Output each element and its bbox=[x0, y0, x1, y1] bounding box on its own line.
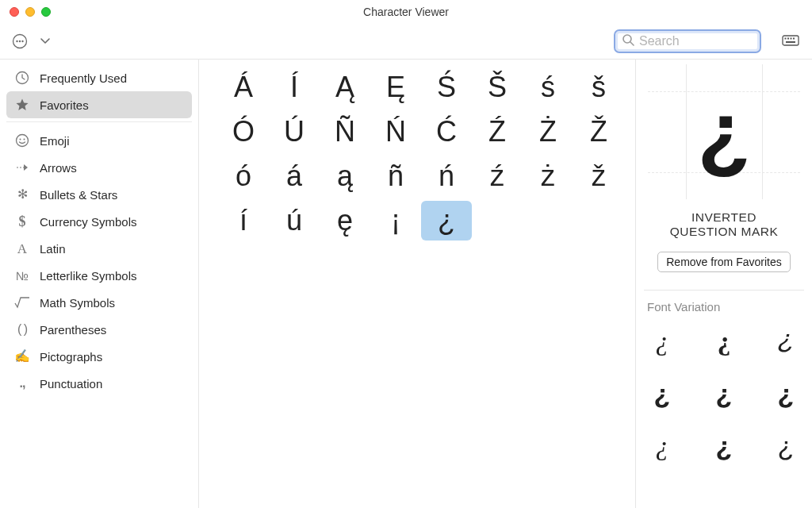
sidebar-item-latin[interactable]: A Latin bbox=[6, 235, 192, 262]
sidebar-item-parentheses[interactable]: ( ) Parentheses bbox=[6, 316, 192, 343]
char-cell[interactable]: á bbox=[269, 156, 320, 196]
font-variation-cell[interactable]: ¿ bbox=[700, 374, 748, 414]
search-field[interactable] bbox=[614, 29, 761, 53]
char-cell[interactable]: ę bbox=[320, 201, 370, 241]
preview-glyph: ¿ bbox=[697, 88, 750, 175]
sidebar-item-arrows[interactable]: Arrows bbox=[6, 154, 192, 181]
char-cell[interactable]: ą bbox=[320, 156, 370, 196]
char-cell[interactable]: ž bbox=[573, 156, 624, 196]
sidebar-item-emoji[interactable]: Emoji bbox=[6, 127, 192, 154]
font-variation-cell[interactable]: ¿ bbox=[700, 426, 748, 466]
font-variation-cell[interactable]: ¿ bbox=[638, 374, 686, 414]
sidebar-item-pictographs[interactable]: ✍ Pictographs bbox=[6, 343, 192, 370]
sidebar-item-label: Emoji bbox=[40, 134, 70, 148]
svg-rect-9 bbox=[791, 38, 792, 40]
font-variation-cell[interactable]: ¿ bbox=[762, 321, 810, 361]
sidebar-item-letterlike[interactable]: № Letterlike Symbols bbox=[6, 262, 192, 289]
dollar-icon: $ bbox=[14, 214, 30, 229]
sidebar-item-currency[interactable]: $ Currency Symbols bbox=[6, 208, 192, 235]
svg-rect-8 bbox=[787, 38, 789, 40]
search-icon bbox=[622, 33, 634, 49]
parentheses-icon: ( ) bbox=[14, 321, 30, 337]
search-input[interactable] bbox=[639, 34, 753, 48]
font-variation-cell[interactable]: ¿ bbox=[638, 321, 686, 361]
zoom-window-button[interactable] bbox=[41, 7, 51, 17]
minimize-window-button[interactable] bbox=[25, 7, 35, 17]
toolbar bbox=[0, 24, 812, 59]
remove-from-favorites-button[interactable]: Remove from Favorites bbox=[657, 252, 790, 272]
sidebar: Frequently Used Favorites Emoji Arrows ✻… bbox=[0, 60, 199, 508]
pencil-icon: ✍ bbox=[14, 348, 30, 364]
traffic-lights bbox=[10, 7, 51, 17]
numero-icon: № bbox=[14, 267, 30, 283]
char-cell[interactable]: Ę bbox=[370, 67, 421, 107]
font-variation-cell[interactable]: ¿ bbox=[762, 426, 810, 466]
char-cell[interactable]: ś bbox=[523, 67, 573, 107]
titlebar: Character Viewer bbox=[0, 0, 812, 24]
options-icon[interactable] bbox=[11, 33, 29, 50]
char-row: íúę¡¿ bbox=[218, 201, 624, 241]
svg-rect-10 bbox=[793, 38, 795, 40]
char-cell[interactable]: ñ bbox=[370, 156, 421, 196]
close-window-button[interactable] bbox=[10, 7, 19, 17]
char-cell[interactable]: Ń bbox=[370, 112, 421, 152]
char-cell[interactable]: Ż bbox=[523, 112, 573, 152]
svg-point-13 bbox=[17, 135, 29, 147]
svg-line-5 bbox=[630, 42, 634, 45]
svg-point-2 bbox=[19, 40, 21, 42]
chevron-down-icon[interactable] bbox=[36, 33, 54, 50]
arrow-right-icon bbox=[14, 160, 30, 175]
font-variation-cell[interactable]: ¿ bbox=[762, 374, 810, 414]
char-row: ÓÚÑŃĆŹŻŽ bbox=[218, 112, 624, 152]
svg-rect-11 bbox=[786, 41, 795, 43]
sidebar-item-label: Arrows bbox=[40, 161, 77, 175]
char-cell[interactable]: Ú bbox=[269, 112, 320, 152]
char-cell[interactable]: ú bbox=[269, 201, 320, 241]
punctuation-icon: ., bbox=[14, 375, 30, 391]
sidebar-item-label: Math Symbols bbox=[40, 296, 115, 310]
char-cell[interactable]: Ą bbox=[320, 67, 370, 107]
char-cell[interactable]: Ó bbox=[218, 112, 269, 152]
char-cell[interactable]: Ć bbox=[421, 112, 472, 152]
sparkle-icon: ✻ bbox=[14, 187, 30, 202]
character-preview: ¿ bbox=[648, 64, 800, 199]
svg-point-15 bbox=[24, 139, 25, 140]
char-cell[interactable]: ń bbox=[421, 156, 472, 196]
virtual-keyboard-icon[interactable] bbox=[780, 33, 801, 50]
char-cell[interactable]: Š bbox=[472, 67, 523, 107]
char-cell[interactable]: Ś bbox=[421, 67, 472, 107]
svg-rect-7 bbox=[785, 38, 787, 40]
char-cell[interactable]: ż bbox=[523, 156, 573, 196]
char-cell[interactable]: Á bbox=[218, 67, 269, 107]
sidebar-item-punctuation[interactable]: ., Punctuation bbox=[6, 370, 192, 397]
sidebar-item-bullets-stars[interactable]: ✻ Bullets & Stars bbox=[6, 181, 192, 208]
char-cell[interactable]: Ñ bbox=[320, 112, 370, 152]
char-row: ÁÍĄĘŚŠśš bbox=[218, 67, 624, 107]
font-variation-cell[interactable]: ¿ bbox=[700, 321, 748, 361]
char-cell[interactable]: Ž bbox=[573, 112, 624, 152]
sidebar-item-favorites[interactable]: Favorites bbox=[6, 91, 192, 118]
char-cell[interactable]: ¿ bbox=[421, 201, 472, 241]
char-cell[interactable]: Ź bbox=[472, 112, 523, 152]
sidebar-item-frequently-used[interactable]: Frequently Used bbox=[6, 64, 192, 91]
sidebar-item-label: Letterlike Symbols bbox=[40, 269, 137, 283]
svg-point-1 bbox=[16, 40, 17, 42]
letter-a-icon: A bbox=[14, 241, 30, 256]
char-cell[interactable]: ¡ bbox=[370, 201, 421, 241]
sidebar-item-label: Bullets & Stars bbox=[40, 188, 117, 202]
char-cell[interactable]: ź bbox=[472, 156, 523, 196]
char-cell[interactable]: ó bbox=[218, 156, 269, 196]
sidebar-item-label: Latin bbox=[40, 242, 66, 256]
char-cell[interactable]: í bbox=[218, 201, 269, 241]
font-variation-cell[interactable]: ¿ bbox=[638, 426, 686, 466]
sidebar-item-label: Currency Symbols bbox=[40, 215, 137, 229]
char-cell[interactable]: Í bbox=[269, 67, 320, 107]
svg-point-14 bbox=[20, 139, 21, 140]
sidebar-item-label: Punctuation bbox=[40, 377, 102, 391]
sidebar-item-math[interactable]: Math Symbols bbox=[6, 289, 192, 316]
smiley-icon bbox=[14, 133, 30, 148]
svg-rect-6 bbox=[783, 36, 799, 45]
char-cell[interactable]: š bbox=[573, 67, 624, 107]
sidebar-item-label: Frequently Used bbox=[40, 71, 127, 85]
font-variation-label: Font Variation bbox=[647, 300, 720, 314]
